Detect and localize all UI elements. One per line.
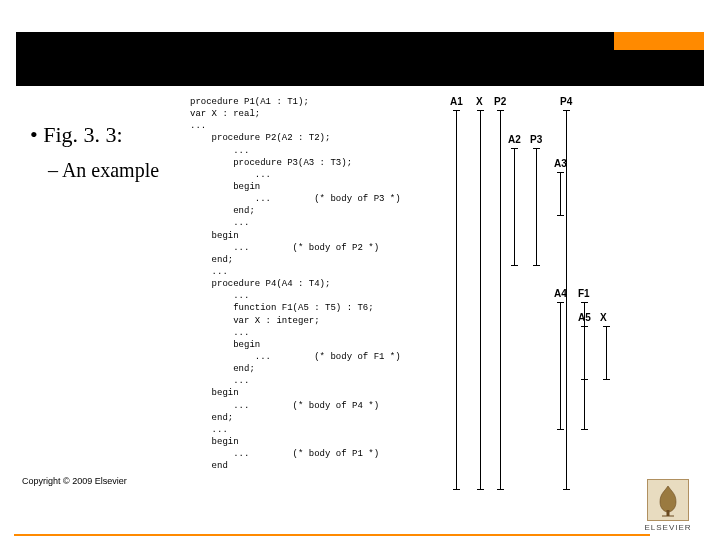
bullet-main: • Fig. 3. 3:	[30, 122, 180, 148]
scope-line	[480, 110, 481, 490]
scope-label: A2	[508, 134, 521, 145]
svg-rect-0	[667, 510, 670, 516]
scope-line	[566, 110, 567, 490]
scope-label: A1	[450, 96, 463, 107]
scope-label: P4	[560, 96, 572, 107]
logo-caption: ELSEVIER	[640, 523, 696, 532]
slide-title: Nesting in Pascal	[34, 54, 241, 85]
scope-label: A4	[554, 288, 567, 299]
code-listing: procedure P1(A1 : T1); var X : real; ...…	[190, 96, 450, 472]
scope-diagram: A1XP2P4A2P3A3A4F1A5X	[450, 96, 720, 516]
footer-rule	[14, 534, 650, 536]
bullet-column: • Fig. 3. 3: – An example	[30, 122, 180, 183]
bullet-sub: – An example	[30, 158, 180, 183]
scope-label: P2	[494, 96, 506, 107]
scope-label: A3	[554, 158, 567, 169]
publisher-logo: ELSEVIER	[640, 479, 696, 532]
scope-line	[606, 326, 607, 380]
scope-line	[456, 110, 457, 490]
scope-line	[500, 110, 501, 490]
scope-label: F1	[578, 288, 590, 299]
scope-line	[560, 302, 561, 430]
header-accent	[614, 32, 704, 50]
scope-label: X	[600, 312, 607, 323]
copyright-text: Copyright © 2009 Elsevier	[22, 476, 127, 486]
scope-line	[560, 172, 561, 216]
scope-line	[584, 326, 585, 380]
scope-line	[514, 148, 515, 266]
scope-line	[536, 148, 537, 266]
tree-icon	[647, 479, 689, 521]
scope-label: X	[476, 96, 483, 107]
scope-label: P3	[530, 134, 542, 145]
